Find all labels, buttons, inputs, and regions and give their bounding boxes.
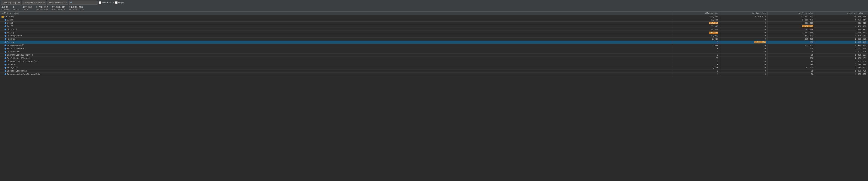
retained-cell: 2,617,848 (815, 41, 868, 44)
alloc-cell: 2 (672, 69, 720, 73)
table-row[interactable]: HashMap$Node19,0530457,2722,876,152 (0, 34, 868, 37)
class-icon (4, 29, 6, 30)
alloc-cell: 6,637 (672, 37, 720, 41)
table-row[interactable]: Class17,60102,311,4715,031,214 (0, 19, 868, 22)
table-row[interactable]: Bitmap82,617,4803682,617,848 (0, 41, 868, 44)
native-value: 2,708,512 (36, 6, 48, 9)
regex-checkbox[interactable] (115, 1, 118, 4)
highlighted-value: 4,482,408 (802, 25, 813, 27)
classes-value: 4,230 (1, 6, 9, 9)
table-row[interactable]: GroupedLinkedMap$LinkedEntry40961,833,42… (0, 73, 868, 76)
alloc-cell: 3 (672, 63, 720, 66)
col-header-allocations[interactable]: Allocations (672, 12, 720, 15)
count-label: Count (23, 9, 32, 11)
table-row[interactable]: byte[]114,31004,911,4104,911,410 (0, 22, 868, 25)
match-case-label[interactable]: Match Case (99, 1, 114, 4)
shallow-cell: 96 (767, 73, 815, 76)
retained-cell: 2,092,596 (815, 50, 868, 54)
table-row[interactable]: GroupedLinkedMap20321,833,756 (0, 69, 868, 73)
count-value: 407,568 (23, 6, 32, 9)
row-name: HashMap (7, 38, 16, 40)
table-row[interactable]: app heap407,5682,708,51217,501,64174,265… (0, 15, 868, 19)
stat-leaks: 0 Leaks (13, 6, 19, 11)
class-icon (4, 25, 6, 27)
col-header-native[interactable]: Native Size (720, 12, 767, 15)
shallow-cell: 32 (767, 69, 815, 73)
class-icon (4, 70, 6, 72)
native-cell: 0 (720, 34, 767, 37)
view-select[interactable]: View app heap (1, 1, 21, 5)
class-icon (4, 60, 6, 62)
col-header-retained[interactable]: Retained Size ↓ (815, 12, 868, 15)
table-row[interactable]: DexPathList$Element[]30802,090,187 (0, 54, 868, 57)
stat-retained: 74,265,268 Retained Size (69, 6, 84, 11)
search-input[interactable] (69, 1, 97, 5)
retained-cell: 1,833,428 (815, 73, 868, 76)
row-name: JarFile (7, 63, 16, 66)
name-cell: GroupedLinkedMap$LinkedEntry (0, 73, 672, 76)
native-cell: 0 (720, 57, 767, 60)
table-row[interactable]: PathClassLoader301442,167,429 (0, 47, 868, 50)
table-row[interactable]: HashMap$Node[]6,5320182,3522,426,802 (0, 44, 868, 47)
row-name: DexPathList$Element[] (7, 54, 33, 56)
table-row[interactable]: Object[]18,8690645,0083,596,411 (0, 28, 868, 31)
alloc-cell: 8 (672, 41, 720, 44)
table-row[interactable]: HashMap6,6370265,4802,630,596 (0, 37, 868, 41)
show-select[interactable]: Show all classes (47, 1, 68, 5)
col-header-shallow[interactable]: Shallow Size (767, 12, 815, 15)
alloc-cell: 3 (672, 50, 720, 54)
col-header-name[interactable]: Callstack Name (0, 12, 672, 15)
name-cell: Class (0, 19, 672, 22)
retained-cell: 2,876,152 (815, 34, 868, 37)
native-cell: 0 (720, 50, 767, 54)
row-name: int[] (7, 25, 13, 27)
folder-icon (1, 16, 4, 18)
regex-label[interactable]: Regex (115, 1, 124, 4)
match-case-checkbox[interactable] (99, 1, 101, 4)
table-row[interactable]: DexPathList30962,092,596 (0, 50, 868, 54)
row-name: ArrayList (7, 67, 18, 69)
match-case-text: Match Case (102, 1, 114, 4)
shallow-cell: 62,100 (767, 66, 815, 69)
shallow-cell: 144 (767, 47, 815, 50)
row-name: byte[] (7, 22, 14, 24)
alloc-cell: 19,053 (672, 34, 720, 37)
retained-cell: 4,911,410 (815, 22, 868, 25)
shallow-cell: 186 (767, 63, 815, 66)
table-row[interactable]: String100,10101,601,6163,076,653 (0, 31, 868, 34)
name-cell: DexPathList (0, 50, 672, 54)
alloc-cell: 3 (672, 60, 720, 63)
native-cell: 2,708,512 (720, 15, 767, 19)
retained-cell: 2,086,809 (815, 63, 868, 66)
name-cell: PathClassLoader (0, 47, 672, 50)
name-cell: DexPathList$Element (0, 57, 672, 60)
arrange-select[interactable]: Arrange by callstack (22, 1, 46, 5)
shallow-cell: 17,501,641 (767, 15, 815, 19)
table-row[interactable]: int[]26,99804,482,4084,482,408 (0, 25, 868, 28)
table-row[interactable]: ArrayList3,105062,1002,059,802 (0, 66, 868, 69)
name-cell: ClassPathURLStreamHandler (0, 60, 672, 63)
native-cell: 0 (720, 19, 767, 22)
shallow-cell: 182,352 (767, 44, 815, 47)
table-row[interactable]: JarFile301862,086,809 (0, 63, 868, 66)
retained-cell: 4,482,408 (815, 25, 868, 28)
table-row[interactable]: ClassPathURLStreamHandler30482,087,156 (0, 60, 868, 63)
shallow-cell: 96 (767, 50, 815, 54)
alloc-cell: 3 (672, 47, 720, 50)
highlighted-value: 100,101 (709, 32, 718, 34)
name-cell: HashMap (0, 37, 672, 41)
alloc-cell: 3 (672, 54, 720, 57)
table-row[interactable]: DexPathList$Element2005002,090,101 (0, 57, 868, 60)
shallow-value: 17,501,641 (52, 6, 65, 9)
alloc-cell: 17,601 (672, 19, 720, 22)
shallow-cell: 645,008 (767, 28, 815, 31)
stat-shallow: 17,501,641 Shallow Size (52, 6, 65, 11)
alloc-cell: 114,310 (672, 22, 720, 25)
alloc-cell: 3,105 (672, 66, 720, 69)
alloc-cell: 20 (672, 57, 720, 60)
alloc-cell: 4 (672, 73, 720, 76)
heap-table: Callstack Name Allocations Native Size S… (0, 12, 868, 76)
shallow-cell: 4,911,410 (767, 22, 815, 25)
name-cell: Bitmap (0, 41, 672, 44)
native-cell: 0 (720, 47, 767, 50)
